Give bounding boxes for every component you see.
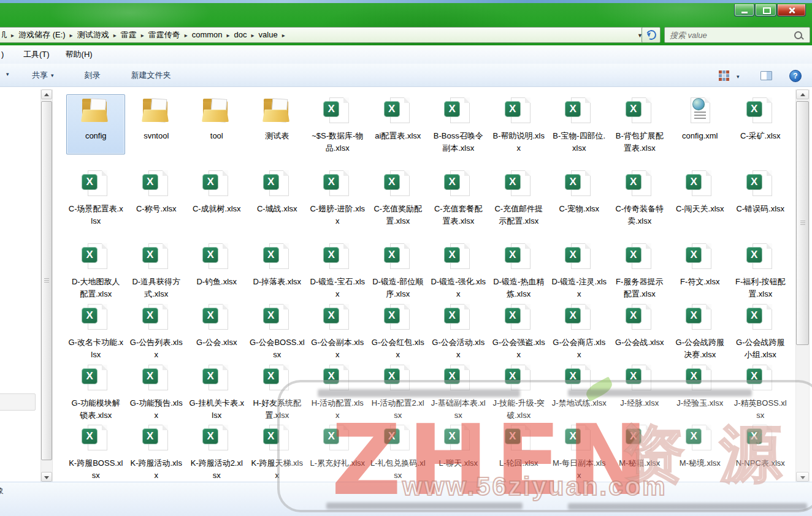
- breadcrumb-separator-icon[interactable]: ▸: [67, 32, 76, 39]
- change-view-button[interactable]: [716, 69, 731, 82]
- breadcrumb-separator-icon[interactable]: ▸: [138, 32, 147, 39]
- toolbar-button[interactable]: 新建文件夹: [128, 68, 175, 83]
- breadcrumb-separator-icon[interactable]: ▸: [182, 32, 191, 39]
- file-item[interactable]: XG-功能模块解锁表.xlsx: [66, 362, 125, 422]
- folder-item[interactable]: config: [66, 94, 125, 154]
- breadcrumb-separator-icon[interactable]: ▸: [248, 32, 258, 39]
- file-item[interactable]: XF-符文.xlsx: [670, 240, 729, 300]
- file-item[interactable]: XC-场景配置表.xlsx: [66, 167, 125, 227]
- breadcrumb-item[interactable]: value: [258, 30, 279, 39]
- file-item[interactable]: XG-公会战跨服小组.xlsx: [731, 301, 790, 361]
- file-item[interactable]: XC-充值邮件提示配置.xlsx: [489, 167, 548, 227]
- scroll-down-button[interactable]: [796, 472, 809, 482]
- views-dropdown-icon[interactable]: ▾: [737, 74, 740, 80]
- file-item[interactable]: XD-锻造-强化.xlsx: [429, 240, 488, 300]
- scroll-down-button[interactable]: [41, 472, 52, 482]
- file-item[interactable]: XD-钓鱼.xlsx: [187, 240, 246, 300]
- file-item[interactable]: XL-礼包兑换码.xlsx: [369, 422, 427, 482]
- search-icon[interactable]: [794, 31, 802, 39]
- toolbar-button[interactable]: 共享▾: [28, 68, 58, 83]
- file-item[interactable]: XH-好友系统配置.xlsx: [248, 362, 307, 422]
- file-item[interactable]: XC-错误码.xlsx: [731, 167, 790, 227]
- menu-item[interactable]: 查看(V): [1, 49, 7, 60]
- file-item[interactable]: XK-跨服BOSS.xlsx: [66, 422, 125, 482]
- file-item[interactable]: XC-城战.xlsx: [248, 167, 307, 227]
- file-item[interactable]: XK-跨服天梯.xlsx: [248, 422, 307, 482]
- file-item[interactable]: XL-累充好礼.xlsx: [308, 422, 367, 482]
- file-item[interactable]: XB-背包扩展配置表.xlsx: [610, 94, 669, 154]
- file-item[interactable]: XC-闯天关.xlsx: [670, 167, 729, 227]
- file-item[interactable]: XJ-禁地试练.xlsx: [550, 362, 608, 422]
- scroll-up-button[interactable]: [796, 89, 809, 99]
- file-item[interactable]: XC-成就树.xlsx: [187, 167, 246, 227]
- file-item[interactable]: Xai配置表.xlsx: [369, 94, 427, 154]
- chevron-down-icon[interactable]: ▾: [6, 71, 9, 77]
- preview-pane-button[interactable]: [760, 71, 772, 80]
- file-item[interactable]: XG-公告列表.xlsx: [127, 301, 186, 361]
- file-item[interactable]: XG-公会副本.xlsx: [308, 301, 367, 361]
- file-item[interactable]: XC-充值奖励配置.xlsx: [369, 167, 427, 227]
- file-item[interactable]: XK-跨服活动2.xlsx: [187, 422, 246, 482]
- file-item[interactable]: XG-公会战.xlsx: [610, 301, 669, 361]
- file-item[interactable]: XG-公会强盗.xlsx: [489, 301, 548, 361]
- breadcrumb-separator-icon[interactable]: ▸: [279, 32, 288, 39]
- breadcrumb-separator-icon[interactable]: ▸: [224, 32, 233, 39]
- file-item[interactable]: XC-称号.xlsx: [127, 167, 186, 227]
- file-item[interactable]: XC-宠物.xlsx: [550, 167, 608, 227]
- file-item[interactable]: XB-Boss召唤令副本.xlsx: [429, 94, 488, 154]
- file-item[interactable]: XM-每日副本.xlsx: [550, 422, 608, 482]
- breadcrumb-item[interactable]: 测试游戏: [76, 30, 110, 39]
- navigation-tree-item[interactable]: [0, 393, 36, 411]
- navigation-scrollbar[interactable]: [40, 89, 53, 482]
- folder-item[interactable]: svntool: [127, 94, 186, 154]
- file-item[interactable]: XD-锻造-热血精炼.xlsx: [489, 240, 548, 300]
- menu-item[interactable]: 工具(T): [23, 49, 50, 60]
- file-item[interactable]: XD-道具获得方式.xlsx: [127, 240, 186, 300]
- file-item[interactable]: XD-锻造-注灵.xlsx: [550, 240, 608, 300]
- folder-item[interactable]: tool: [187, 94, 246, 154]
- file-item[interactable]: XF-福利-按钮配置.xlsx: [731, 240, 790, 300]
- breadcrumb-item[interactable]: 雷霆传奇: [147, 30, 182, 39]
- scrollbar-thumb[interactable]: [796, 101, 809, 345]
- scroll-up-button[interactable]: [41, 89, 52, 99]
- file-item[interactable]: XB-宝物-四部位.xlsx: [550, 94, 608, 154]
- file-item[interactable]: XD-锻造-部位顺序.xlsx: [369, 240, 427, 300]
- file-item[interactable]: XD-大地图敌人配置.xlsx: [66, 240, 125, 300]
- file-item[interactable]: XG-公会商店.xlsx: [550, 301, 608, 361]
- file-item[interactable]: XN-NPC表.xlsx: [731, 422, 790, 482]
- file-item[interactable]: XG-功能预告.xlsx: [127, 362, 186, 422]
- file-item[interactable]: XG-公会BOSS.xlsx: [248, 301, 307, 361]
- file-item[interactable]: XG-公会红包.xlsx: [369, 301, 427, 361]
- file-item[interactable]: XF-服务器提示配置.xlsx: [610, 240, 669, 300]
- toolbar-button[interactable]: 刻录: [81, 68, 104, 83]
- file-item[interactable]: X~$S-数据库-物品.xlsx: [308, 94, 367, 154]
- folder-item[interactable]: 测试表: [248, 94, 307, 154]
- refresh-button[interactable]: [642, 27, 661, 43]
- help-button[interactable]: ?: [789, 70, 802, 82]
- maximize-button[interactable]: [755, 4, 776, 17]
- scrollbar-thumb[interactable]: [41, 101, 52, 460]
- file-item[interactable]: XJ-经脉.xlsx: [610, 362, 669, 422]
- breadcrumb-item[interactable]: doc: [233, 30, 248, 39]
- search-box[interactable]: [664, 27, 810, 43]
- breadcrumb-separator-icon[interactable]: ▸: [8, 32, 17, 39]
- breadcrumb-item[interactable]: 游戏储存 (E:): [17, 30, 67, 39]
- close-button[interactable]: [777, 4, 806, 17]
- breadcrumb-item[interactable]: 机: [2, 29, 8, 40]
- breadcrumb-separator-icon[interactable]: ▸: [110, 32, 120, 39]
- file-list-scrollbar[interactable]: [795, 89, 810, 482]
- file-item[interactable]: XD-掉落表.xlsx: [248, 240, 307, 300]
- file-item[interactable]: XG-公会战跨服决赛.xlsx: [670, 301, 729, 361]
- breadcrumb-item[interactable]: common: [191, 30, 224, 39]
- file-item[interactable]: XM-秘籍.xlsx: [610, 422, 669, 482]
- minimize-button[interactable]: [734, 4, 754, 17]
- file-item[interactable]: XM-秘境.xlsx: [670, 422, 729, 482]
- file-item[interactable]: XJ-精英BOSS.xlsx: [731, 362, 790, 422]
- file-item[interactable]: XC-翅膀-进阶.xlsx: [308, 167, 367, 227]
- file-item[interactable]: XH-活动配置2.xlsx: [369, 362, 427, 422]
- file-item[interactable]: XG-公会活动.xlsx: [429, 301, 488, 361]
- file-item[interactable]: XG-挂机关卡表.xlsx: [187, 362, 246, 422]
- file-item[interactable]: XK-跨服活动.xlsx: [127, 422, 186, 482]
- file-item[interactable]: XL-轮回.xlsx: [489, 422, 548, 482]
- file-item[interactable]: XB-帮助说明.xlsx: [489, 94, 548, 154]
